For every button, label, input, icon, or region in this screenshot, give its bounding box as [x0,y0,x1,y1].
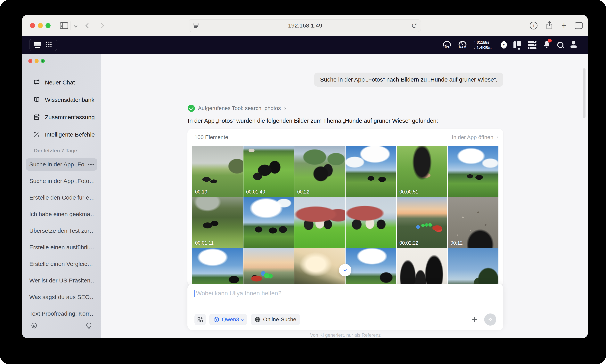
downloads-icon[interactable]: ↓ [530,22,538,29]
photo-count-label: 100 Elemente [194,134,228,141]
history-item[interactable]: Erstelle einen ausführli… [26,241,97,254]
photo-thumbnail[interactable] [346,197,396,248]
history-item[interactable]: Ich habe einen geekma… [26,208,97,221]
settings-icon[interactable] [30,322,38,331]
sidebar-item-label: Intelligente Befehle [45,131,95,138]
cpu-gauge[interactable]: CPU [442,41,451,49]
video-duration-label: 00:01:40 [246,189,265,195]
photo-thumbnail[interactable] [295,197,345,248]
model-chevron-icon [241,318,244,321]
send-button[interactable] [484,313,496,325]
back-button[interactable] [83,15,93,36]
tool-success-check-icon [188,105,195,112]
model-name-label: Qwen3 [222,316,239,323]
widgets-panel-icon[interactable] [513,41,521,49]
desktop-apps-pill[interactable] [29,39,57,51]
apps-icon [197,316,203,323]
maximize-window-button[interactable] [45,23,51,28]
network-speed[interactable]: ↑811B/s ↓1.4KB/s [474,39,492,50]
input-placeholder: Wobei kann Uliya Ihnen helfen? [196,290,281,297]
tab-overview-icon[interactable] [575,22,583,29]
forward-button[interactable] [97,15,107,36]
scrollbar-thumb[interactable] [583,68,585,118]
user-message-bubble: Suche in der App „Fotos“ nach Bildern zu… [314,73,503,87]
tool-call-row[interactable]: Aufgerufenes Tool: search_photos [188,104,286,112]
photo-thumbnail[interactable]: 00:12 [448,197,498,248]
online-search-toggle[interactable]: Online-Suche [251,314,300,325]
open-in-app-link[interactable]: In der App öffnen [452,134,498,141]
page-settings-icon[interactable] [193,22,199,29]
history-item[interactable]: Erstelle den Code für e… [26,191,97,204]
history-item[interactable]: Erstelle einen Vergleic… [26,258,97,270]
model-selector[interactable]: Qwen3 [209,314,247,325]
tool-call-label: Aufgerufenes Tool: search_photos [198,105,281,111]
history-item[interactable]: Suche in der App „Fo… [26,158,97,171]
video-duration-label: 00:12 [450,240,463,246]
history-item-label: Ich habe einen geekma… [29,211,94,218]
history-item-label: Erstelle einen Vergleic… [29,260,94,267]
photo-thumbnail[interactable] [192,248,243,286]
address-bar[interactable]: 192.168.1.49 ↻ [189,19,421,32]
history-item[interactable]: Suche in der App „Foto… [26,175,97,187]
sidebar-item-summary[interactable]: Zusammenfassung [22,108,101,126]
history-item[interactable]: Text Proofreading: Korr… [26,307,97,320]
lightbulb-icon[interactable] [85,322,93,331]
photo-thumbnail[interactable]: 00:00:51 [397,146,447,197]
sidebar-toggle-icon[interactable] [60,15,68,36]
notifications-bell-icon[interactable] [543,40,550,49]
app-grid-icon[interactable] [45,41,52,49]
sidebar-footer [22,322,101,334]
photo-thumbnail[interactable]: 00:22 [295,146,345,197]
scroll-down-button[interactable] [339,264,351,276]
share-icon[interactable] [546,21,553,30]
photo-thumbnail[interactable]: 00:01:11 [192,197,243,248]
video-duration-label: 00:22 [297,189,310,195]
sidebar-menu-chevron-icon[interactable] [72,15,79,36]
more-options-icon[interactable] [88,164,94,165]
photo-thumbnail[interactable] [346,146,396,197]
reload-icon[interactable]: ↻ [410,23,417,28]
url-text[interactable]: 192.168.1.49 [199,22,411,29]
history-item[interactable]: Übersetze den Test zur… [26,224,97,237]
user-account-icon[interactable] [570,41,577,49]
ai-assistant-icon[interactable]: ✦ [501,41,507,49]
photo-thumbnail[interactable] [346,248,396,286]
photo-thumbnail[interactable] [397,248,447,286]
skills-button[interactable] [194,314,206,325]
attach-button[interactable]: + [472,315,478,325]
history-item[interactable]: Was sagst du aus SEO… [26,291,97,303]
photo-thumbnail[interactable]: 00:19 [192,146,243,197]
photo-thumbnail[interactable]: 00:01:40 [243,146,294,197]
ram-gauge[interactable]: RAM [458,41,467,49]
photo-thumbnail[interactable] [448,248,498,286]
history-item[interactable]: Wer ist der US Präsiten… [26,274,97,287]
sidebar-item-new-chat[interactable]: Neuer Chat [22,74,101,91]
app-minimize-button[interactable]: – [35,59,39,63]
photo-thumbnail[interactable] [243,197,294,248]
sidebar-item-label: Wissensdatenbank [45,97,94,103]
system-resources-icon[interactable] [528,41,537,49]
app-close-button[interactable]: × [28,59,32,63]
notification-badge [548,39,552,42]
photo-thumbnail[interactable] [295,248,345,286]
app-zoom-button[interactable]: ⬌ [41,59,45,63]
photo-thumbnail[interactable] [448,146,498,197]
assistant-response-text: In der App „Fotos“ wurden die folgenden … [188,117,438,124]
toolbar-divider [70,21,70,30]
history-item-label: Wer ist der US Präsiten… [29,277,94,284]
desktop-icon[interactable] [34,42,41,48]
new-tab-icon[interactable]: + [561,21,566,30]
sidebar-item-smart-commands[interactable]: Intelligente Befehle [22,126,101,143]
chat-input-panel[interactable]: Wobei kann Uliya Ihnen helfen? Qwen3 [188,284,503,330]
search-icon[interactable] [557,41,564,48]
sidebar-item-knowledge-base[interactable]: Wissensdatenbank [22,91,101,108]
chat-input[interactable]: Wobei kann Uliya Ihnen helfen? [194,290,496,297]
history-item-label: Erstelle den Code für e… [29,194,94,201]
photo-thumbnail[interactable] [243,248,294,286]
minimize-window-button[interactable] [38,23,43,28]
photo-results-card: 100 Elemente In der App öffnen 00:1900:0… [188,129,503,286]
tool-expand-chevron-icon[interactable] [284,107,286,110]
photo-thumbnail[interactable]: 00:02:22 [397,197,447,248]
qwen-model-icon [213,316,219,323]
close-window-button[interactable] [30,23,35,28]
